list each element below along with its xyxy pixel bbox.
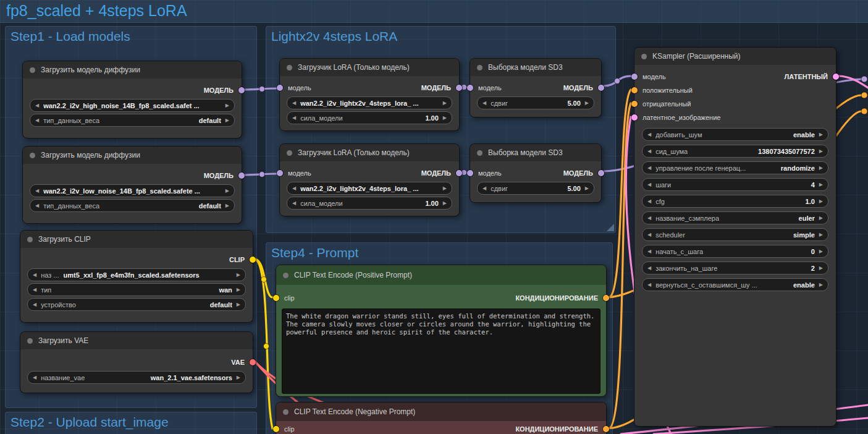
combo-right-arrow-icon[interactable]: ▶ (443, 185, 447, 191)
number-increment-arrow-icon[interactable]: ▶ (819, 265, 823, 271)
combo-right-arrow-icon[interactable]: ▶ (819, 132, 823, 137)
collapse-dot[interactable] (30, 67, 35, 73)
number-decrement-arrow-icon[interactable]: ◀ (647, 265, 651, 271)
number-decrement-arrow-icon[interactable]: ◀ (647, 182, 651, 187)
steps-widget[interactable]: ◀ шаги 4 ▶ (642, 178, 828, 191)
number-increment-arrow-icon[interactable]: ▶ (819, 249, 823, 254)
node-load-vae[interactable]: Загрузить VAE VAE ◀ название_vae wan_2.1… (20, 331, 253, 393)
model-input-slot[interactable] (277, 85, 283, 91)
number-decrement-arrow-icon[interactable]: ◀ (482, 185, 486, 191)
node-title-bar[interactable]: Загрузчик LoRA (Только модель) (280, 59, 459, 76)
combo-left-arrow-icon[interactable]: ◀ (647, 215, 651, 221)
combo-right-arrow-icon[interactable]: ▶ (819, 282, 823, 287)
clip-type-widget[interactable]: ◀ тип wan ▶ (27, 283, 246, 296)
combo-left-arrow-icon[interactable]: ◀ (33, 287, 36, 292)
collapse-dot[interactable] (477, 150, 482, 156)
shift-widget[interactable]: ◀ сдвиг 5.00 ▶ (477, 182, 594, 195)
number-decrement-arrow-icon[interactable]: ◀ (647, 148, 651, 154)
combo-right-arrow-icon[interactable]: ▶ (819, 215, 823, 221)
scheduler-widget[interactable]: ◀ scheduler simple ▶ (642, 228, 828, 241)
graph-canvas[interactable]: fp8_scaled + 4steps LoRA Step1 - Load mo… (0, 0, 868, 434)
lora-name-widget[interactable]: ◀ wan2.2_i2v_lightx2v_4steps_lora_ ... ▶ (287, 182, 452, 195)
combo-right-arrow-icon[interactable]: ▶ (237, 272, 240, 278)
node-model-sampling-low[interactable]: Выборка модели SD3 модель МОДЕЛЬ ◀ сдвиг… (470, 143, 602, 203)
combo-left-arrow-icon[interactable]: ◀ (292, 100, 296, 106)
model-input-slot[interactable] (467, 170, 473, 176)
combo-left-arrow-icon[interactable]: ◀ (647, 165, 651, 171)
node-load-diffusion-high[interactable]: Загрузить модель диффузии МОДЕЛЬ ◀ wan2.… (22, 61, 242, 138)
clip-output-slot[interactable] (250, 257, 256, 263)
strength-model-widget[interactable]: ◀ сила_модели 1.00 ▶ (287, 111, 452, 124)
combo-right-arrow-icon[interactable]: ▶ (225, 117, 229, 123)
control-after-generate-widget[interactable]: ◀ управление после генерац... randomize … (642, 161, 828, 174)
weight-dtype-widget[interactable]: ◀ тип_данных_веса default ▶ (30, 114, 235, 127)
lora-name-widget[interactable]: ◀ wan2.2_i2v_lightx2v_4steps_lora_ ... ▶ (287, 96, 452, 109)
collapse-dot[interactable] (287, 150, 292, 156)
combo-left-arrow-icon[interactable]: ◀ (292, 185, 296, 191)
add-noise-widget[interactable]: ◀ добавить_шум enable ▶ (642, 128, 828, 141)
model-output-slot[interactable] (456, 85, 462, 91)
unet-name-widget[interactable]: ◀ wan2.2_i2v_high_noise_14B_fp8_scaled.s… (30, 99, 235, 112)
model-output-slot[interactable] (456, 170, 462, 176)
vae-output-slot[interactable] (250, 359, 256, 365)
latent-input-slot[interactable] (631, 114, 638, 121)
collapse-dot[interactable] (283, 409, 289, 415)
node-ksampler-advanced[interactable]: KSampler (Расширенный) модель ЛАТЕНТНЫЙ … (634, 47, 836, 427)
number-increment-arrow-icon[interactable]: ▶ (585, 185, 589, 191)
node-title-bar[interactable]: Загрузить VAE (20, 332, 253, 349)
combo-left-arrow-icon[interactable]: ◀ (647, 132, 651, 137)
sampler-name-widget[interactable]: ◀ название_сэмплера euler ▶ (642, 211, 828, 224)
combo-left-arrow-icon[interactable]: ◀ (35, 188, 39, 194)
node-load-diffusion-low[interactable]: Загрузить модель диффузии МОДЕЛЬ ◀ wan2.… (22, 146, 242, 224)
number-increment-arrow-icon[interactable]: ▶ (819, 148, 823, 154)
collapse-dot[interactable] (30, 153, 35, 158)
combo-left-arrow-icon[interactable]: ◀ (35, 103, 39, 108)
start-at-step-widget[interactable]: ◀ начать_с_шага 0 ▶ (642, 245, 828, 258)
combo-right-arrow-icon[interactable]: ▶ (443, 100, 447, 106)
number-increment-arrow-icon[interactable]: ▶ (819, 198, 823, 204)
conditioning-output-slot[interactable] (603, 426, 609, 432)
combo-left-arrow-icon[interactable]: ◀ (647, 232, 651, 237)
strength-model-widget[interactable]: ◀ сила_модели 1.00 ▶ (287, 197, 452, 210)
prompt-textarea[interactable]: The white dragon warrior stands still, e… (282, 308, 600, 394)
collapse-dot[interactable] (27, 237, 33, 242)
node-title-bar[interactable]: Выборка модели SD3 (470, 59, 601, 76)
model-input-slot[interactable] (467, 85, 473, 91)
node-title-bar[interactable]: Загрузчик LoRA (Только модель) (280, 144, 459, 161)
clip-name-widget[interactable]: ◀ наз ... umt5_xxl_fp8_e4m3fn_scaled.saf… (27, 268, 246, 281)
combo-right-arrow-icon[interactable]: ▶ (237, 302, 240, 307)
model-output-slot[interactable] (238, 172, 245, 179)
combo-right-arrow-icon[interactable]: ▶ (225, 103, 229, 108)
combo-left-arrow-icon[interactable]: ◀ (35, 117, 39, 123)
collapse-dot[interactable] (27, 338, 33, 344)
cfg-widget[interactable]: ◀ cfg 1.0 ▶ (642, 195, 828, 208)
combo-right-arrow-icon[interactable]: ▶ (237, 287, 240, 292)
combo-left-arrow-icon[interactable]: ◀ (33, 375, 36, 380)
weight-dtype-widget[interactable]: ◀ тип_данных_веса default ▶ (30, 199, 235, 212)
conditioning-output-slot[interactable] (603, 295, 609, 301)
unet-name-widget[interactable]: ◀ wan2.2_i2v_low_noise_14B_fp8_scaled.sa… (30, 184, 235, 197)
number-decrement-arrow-icon[interactable]: ◀ (292, 200, 296, 206)
clip-device-widget[interactable]: ◀ устройство default ▶ (27, 298, 246, 311)
node-load-clip[interactable]: Загрузить CLIP CLIP ◀ наз ... umt5_xxl_f… (20, 230, 253, 323)
end-at-step-widget[interactable]: ◀ закончить_на_шаге 2 ▶ (642, 262, 828, 274)
positive-input-slot[interactable] (631, 87, 638, 93)
number-decrement-arrow-icon[interactable]: ◀ (482, 100, 486, 106)
noise-seed-widget[interactable]: ◀ сид_шума 138073435077572 ▶ (642, 145, 828, 158)
node-clip-text-encode-negative[interactable]: CLIP Text Encode (Negative Prompt) clip … (276, 402, 607, 434)
number-increment-arrow-icon[interactable]: ▶ (443, 200, 447, 206)
collapse-dot[interactable] (287, 65, 292, 70)
vae-name-widget[interactable]: ◀ название_vae wan_2.1_vae.safetensors ▶ (27, 371, 246, 384)
combo-left-arrow-icon[interactable]: ◀ (647, 282, 651, 287)
node-lora-loader-high[interactable]: Загрузчик LoRA (Только модель) модель МО… (279, 58, 460, 131)
combo-right-arrow-icon[interactable]: ▶ (819, 232, 823, 237)
latent-output-slot[interactable] (833, 74, 839, 80)
collapse-dot[interactable] (283, 273, 289, 278)
collapse-dot[interactable] (477, 65, 482, 70)
node-title-bar[interactable]: CLIP Text Encode (Negative Prompt) (276, 402, 606, 421)
number-increment-arrow-icon[interactable]: ▶ (585, 100, 589, 106)
node-title-bar[interactable]: Загрузить CLIP (20, 231, 253, 248)
model-input-slot[interactable] (277, 170, 283, 176)
collapse-dot[interactable] (641, 54, 647, 59)
model-input-slot[interactable] (631, 74, 638, 80)
